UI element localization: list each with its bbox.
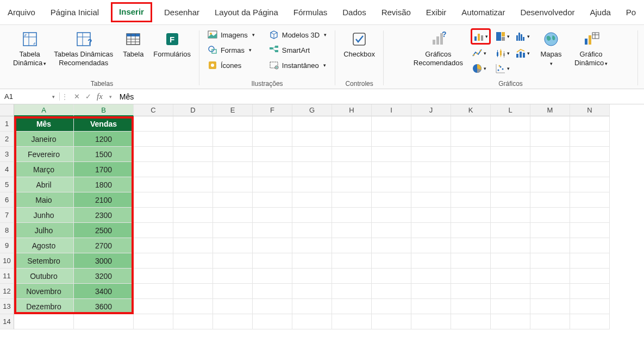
cell[interactable] xyxy=(491,269,530,284)
tab-inserir[interactable]: Inserir xyxy=(111,2,152,22)
cell[interactable] xyxy=(213,238,253,253)
cell[interactable] xyxy=(411,132,451,147)
scatter-chart-button[interactable]: ▾ xyxy=(494,62,511,75)
cell[interactable] xyxy=(332,284,372,299)
cell[interactable] xyxy=(253,116,292,132)
cell[interactable] xyxy=(372,284,411,299)
cell[interactable] xyxy=(173,116,213,132)
table-button[interactable]: Tabela xyxy=(117,28,149,61)
cell[interactable] xyxy=(372,253,411,269)
cell[interactable] xyxy=(530,299,570,314)
cell[interactable] xyxy=(570,177,610,192)
cell[interactable] xyxy=(134,147,173,162)
fx-icon[interactable]: fx xyxy=(97,92,103,101)
cell[interactable] xyxy=(292,299,332,314)
cell[interactable] xyxy=(451,147,491,162)
cell[interactable] xyxy=(451,284,491,299)
cell[interactable] xyxy=(411,192,451,208)
cell[interactable] xyxy=(570,162,610,177)
column-header[interactable]: E xyxy=(213,104,253,116)
cell[interactable] xyxy=(372,238,411,253)
cell[interactable] xyxy=(253,314,292,329)
cell[interactable] xyxy=(292,238,332,253)
cell[interactable] xyxy=(411,299,451,314)
table-cell[interactable]: Fevereiro xyxy=(14,147,74,162)
cell[interactable] xyxy=(530,192,570,208)
cell[interactable] xyxy=(372,162,411,177)
name-box[interactable]: A1 ▾ xyxy=(0,92,60,101)
cell[interactable] xyxy=(451,132,491,147)
cell[interactable] xyxy=(332,132,372,147)
cell[interactable] xyxy=(530,253,570,269)
cell[interactable] xyxy=(570,147,610,162)
cell[interactable] xyxy=(451,314,491,329)
table-cell[interactable]: Junho xyxy=(14,208,74,223)
cell[interactable] xyxy=(451,269,491,284)
cell[interactable] xyxy=(570,299,610,314)
row-header[interactable]: 5 xyxy=(0,177,14,192)
cell[interactable] xyxy=(332,223,372,238)
cell[interactable] xyxy=(253,177,292,192)
cell[interactable] xyxy=(372,192,411,208)
cell[interactable] xyxy=(134,223,173,238)
pivot-chart-button[interactable]: GráficoDinâmico▾ xyxy=(571,28,611,70)
row-header[interactable]: 3 xyxy=(0,147,14,162)
cell[interactable] xyxy=(491,223,530,238)
cell[interactable] xyxy=(332,314,372,329)
cell[interactable] xyxy=(292,284,332,299)
cell[interactable] xyxy=(213,147,253,162)
table-cell[interactable]: Abril xyxy=(14,177,74,192)
cell[interactable] xyxy=(332,177,372,192)
cell[interactable] xyxy=(173,147,213,162)
row-header[interactable]: 12 xyxy=(0,284,14,299)
cell[interactable] xyxy=(570,314,610,329)
cell[interactable] xyxy=(411,238,451,253)
tab-dados[interactable]: Dados xyxy=(339,3,369,21)
cell[interactable] xyxy=(253,284,292,299)
cell[interactable] xyxy=(173,223,213,238)
cell[interactable] xyxy=(372,208,411,223)
table-header-cell[interactable]: Vendas xyxy=(74,116,134,132)
cell[interactable] xyxy=(213,269,253,284)
table-cell[interactable]: 2500 xyxy=(74,223,134,238)
row-header[interactable]: 4 xyxy=(0,162,14,177)
pivot-table-button[interactable]: TabelaDinâmica▾ xyxy=(10,28,49,70)
cell[interactable] xyxy=(570,223,610,238)
tab-po[interactable]: Po xyxy=(623,3,639,21)
row-header[interactable]: 2 xyxy=(0,132,14,147)
cell[interactable] xyxy=(411,147,451,162)
checkbox-button[interactable]: Checkbox xyxy=(340,28,378,61)
cell[interactable] xyxy=(213,299,253,314)
cell[interactable] xyxy=(451,162,491,177)
cell[interactable] xyxy=(332,116,372,132)
column-header[interactable]: I xyxy=(372,104,411,116)
cell[interactable] xyxy=(491,132,530,147)
cell[interactable] xyxy=(292,253,332,269)
cell[interactable] xyxy=(213,132,253,147)
cell[interactable] xyxy=(570,116,610,132)
cell[interactable] xyxy=(530,238,570,253)
formula-input[interactable] xyxy=(117,92,443,101)
cell[interactable] xyxy=(570,238,610,253)
cell[interactable] xyxy=(134,208,173,223)
modelos3d-button[interactable]: Modelos 3D▾ xyxy=(266,28,330,41)
accept-formula-icon[interactable]: ✓ xyxy=(85,92,91,101)
column-header[interactable]: G xyxy=(292,104,332,116)
cell[interactable] xyxy=(491,314,530,329)
line-chart-button[interactable]: ▾ xyxy=(471,47,491,60)
table-cell[interactable]: 1800 xyxy=(74,177,134,192)
tab-fórmulas[interactable]: Fórmulas xyxy=(290,3,331,21)
cell[interactable] xyxy=(332,147,372,162)
cell[interactable] xyxy=(570,132,610,147)
cell[interactable] xyxy=(491,253,530,269)
cell[interactable] xyxy=(74,314,134,329)
cell[interactable] xyxy=(134,132,173,147)
cell[interactable] xyxy=(411,269,451,284)
forms-button[interactable]: F Formulários xyxy=(150,28,194,61)
table-cell[interactable]: Dezembro xyxy=(14,299,74,314)
cell[interactable] xyxy=(173,192,213,208)
cell[interactable] xyxy=(451,192,491,208)
table-header-cell[interactable]: Mês xyxy=(14,116,74,132)
column-header[interactable]: J xyxy=(411,104,451,116)
column-header[interactable]: F xyxy=(253,104,292,116)
